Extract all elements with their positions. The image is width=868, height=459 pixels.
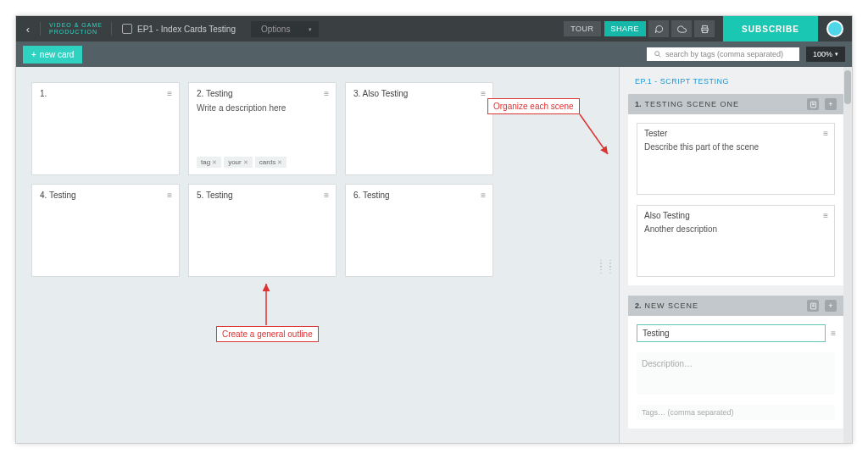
drag-handle-icon[interactable]: ≡ <box>167 191 171 200</box>
card-number: 3. <box>353 89 360 98</box>
chevron-down-icon: ▾ <box>309 26 312 33</box>
card-number: 4. <box>40 191 47 200</box>
zoom-label: 100% <box>813 50 832 58</box>
drag-handle-icon[interactable]: ≡ <box>481 191 485 200</box>
scene-card-desc: Describe this part of the scene <box>644 142 827 189</box>
new-card-desc-input[interactable]: Description… <box>637 352 835 395</box>
tag-row: tag✕ your✕ cards✕ <box>197 157 287 168</box>
index-card[interactable]: 6. Testing≡ <box>345 184 493 277</box>
card-board: 1. ≡ 2. Testing≡ Write a description her… <box>16 67 619 443</box>
drag-handle-icon[interactable]: ≡ <box>823 129 827 138</box>
card-number: 1. <box>40 89 47 98</box>
note-icon[interactable] <box>807 300 819 312</box>
scene-header[interactable]: 1. TESTING SCENE ONE + <box>628 94 843 114</box>
card-number: 2. <box>197 89 203 98</box>
tour-button[interactable]: TOUR <box>564 21 600 36</box>
back-button[interactable]: ‹ <box>16 23 40 36</box>
card-title: Also Testing <box>363 89 409 98</box>
card-title: Testing <box>206 89 233 98</box>
app-logo: VIDEO & GAME PRODUCTION <box>40 22 112 35</box>
zoom-dropdown[interactable]: 100% ▾ <box>806 47 845 62</box>
note-icon[interactable] <box>807 98 819 110</box>
cloud-icon[interactable] <box>671 20 692 37</box>
logo-line2: PRODUCTION <box>49 29 103 36</box>
user-avatar[interactable] <box>826 20 843 37</box>
scrollbar-vertical[interactable] <box>843 67 852 443</box>
scene-card[interactable]: Tester≡ Describe this part of the scene <box>637 123 835 195</box>
logo-line1: VIDEO & GAME <box>49 22 103 29</box>
subscribe-button[interactable]: SUBSCRIBE <box>723 16 818 41</box>
document-icon <box>122 24 132 34</box>
new-card-button[interactable]: + new card <box>23 46 82 64</box>
scene-number: 2. <box>635 301 642 310</box>
drag-handle-icon[interactable]: ≡ <box>831 329 835 338</box>
annotation-arrow <box>491 109 609 156</box>
document-title-area[interactable]: EP1 - Index Cards Testing <box>112 24 246 34</box>
index-card[interactable]: 4. Testing≡ <box>31 184 180 277</box>
comment-icon[interactable] <box>648 20 669 37</box>
search-placeholder: search by tags (comma separated) <box>665 50 783 58</box>
scene-panel: EP.1 - SCRIPT TESTING 1. TESTING SCENE O… <box>619 67 852 443</box>
scene-number: 1. <box>635 100 642 108</box>
card-title: Testing <box>49 191 76 200</box>
plus-icon: + <box>31 50 36 59</box>
svg-point-2 <box>655 52 659 56</box>
index-card[interactable]: 5. Testing≡ <box>188 184 337 277</box>
scene-title: NEW SCENE <box>645 301 801 310</box>
tag-remove-icon[interactable]: ✕ <box>212 159 217 166</box>
new-card-tags-input[interactable]: Tags… (comma separated) <box>637 405 835 420</box>
tag-pill[interactable]: tag✕ <box>197 157 221 168</box>
episode-title[interactable]: EP.1 - SCRIPT TESTING <box>635 77 843 86</box>
drag-handle-icon[interactable]: ≡ <box>481 89 485 98</box>
add-icon[interactable]: + <box>825 98 837 110</box>
card-description: Write a description here <box>197 103 328 113</box>
card-title: Testing <box>363 191 390 200</box>
svg-line-4 <box>580 114 608 154</box>
scrollbar-thumb[interactable] <box>844 70 851 104</box>
drag-handle-icon[interactable]: ≡ <box>324 89 328 98</box>
scene-block: 2. NEW SCENE + Testing ≡ Description… Ta… <box>628 296 843 429</box>
options-label: Options <box>261 25 290 34</box>
svg-line-3 <box>659 55 660 57</box>
scene-card-title: Also Testing <box>644 211 690 220</box>
svg-rect-0 <box>702 25 707 28</box>
card-number: 6. <box>353 191 360 200</box>
panel-resize-handle[interactable]: ⋮⋮⋮⋮⋮⋮ <box>597 262 615 272</box>
scene-card-desc: Another description <box>644 224 827 271</box>
card-title: Testing <box>206 191 233 200</box>
new-card-title-input[interactable]: Testing <box>637 324 826 342</box>
card-number: 5. <box>197 191 203 200</box>
drag-handle-icon[interactable]: ≡ <box>167 89 171 98</box>
annotation-outline: Create a general outline <box>216 326 319 342</box>
tag-pill[interactable]: cards✕ <box>255 157 287 168</box>
tag-remove-icon[interactable]: ✕ <box>243 159 248 166</box>
annotation-arrow <box>253 281 279 328</box>
search-input[interactable]: search by tags (comma separated) <box>647 47 799 61</box>
new-card-label: new card <box>40 50 75 59</box>
index-card[interactable]: 1. ≡ <box>31 82 180 175</box>
drag-handle-icon[interactable]: ≡ <box>324 191 328 200</box>
tag-remove-icon[interactable]: ✕ <box>277 159 282 166</box>
scene-title: TESTING SCENE ONE <box>645 100 801 108</box>
share-button[interactable]: SHARE <box>604 21 647 36</box>
index-card[interactable]: 2. Testing≡ Write a description here tag… <box>188 82 337 175</box>
scene-block: 1. TESTING SCENE ONE + Tester≡ Describe … <box>628 94 843 285</box>
chevron-down-icon: ▾ <box>835 51 838 58</box>
search-icon <box>654 50 662 58</box>
index-card[interactable]: 3. Also Testing≡ <box>345 82 493 175</box>
options-dropdown[interactable]: Options ▾ <box>251 21 319 37</box>
scene-card-title: Tester <box>644 129 667 138</box>
svg-rect-1 <box>702 30 707 32</box>
document-title: EP1 - Index Cards Testing <box>137 25 236 34</box>
print-icon[interactable] <box>694 20 715 37</box>
scene-header[interactable]: 2. NEW SCENE + <box>628 296 843 316</box>
drag-handle-icon[interactable]: ≡ <box>823 211 827 220</box>
add-icon[interactable]: + <box>825 300 837 312</box>
tag-pill[interactable]: your✕ <box>224 157 253 168</box>
scene-card[interactable]: Also Testing≡ Another description <box>637 205 835 277</box>
